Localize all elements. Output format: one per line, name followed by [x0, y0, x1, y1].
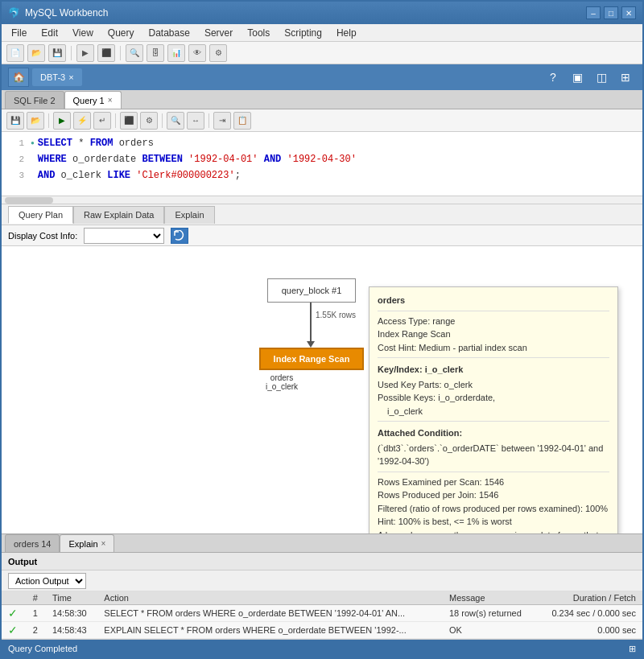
- query-block-node[interactable]: query_block #1: [267, 278, 356, 303]
- sql-tb-run-line[interactable]: ↵: [93, 112, 111, 130]
- sql-tb-explain[interactable]: 📋: [233, 112, 251, 130]
- nav-icon-4[interactable]: ⊞: [615, 68, 636, 87]
- sql-editor[interactable]: 1 ● SELECT * FROM orders 2 ● WHERE o_ord…: [2, 132, 642, 196]
- toolbar-run-btn[interactable]: ▶: [76, 44, 94, 62]
- node-tooltip: orders Access Type: range Index Range Sc…: [369, 286, 618, 533]
- output-type-select[interactable]: Action Output: [8, 573, 86, 589]
- menu-edit[interactable]: Edit: [35, 26, 64, 40]
- menu-database[interactable]: Database: [142, 26, 196, 40]
- app-icon: 🐬: [8, 7, 20, 19]
- tab-sql-file-2[interactable]: SQL File 2: [5, 91, 64, 109]
- toolbar-save-btn[interactable]: 💾: [48, 44, 66, 62]
- nav-icon-2[interactable]: ▣: [567, 68, 588, 87]
- menu-view[interactable]: View: [66, 26, 100, 40]
- output-header: Output: [2, 553, 642, 570]
- toolbar-stop-btn[interactable]: ⬛: [97, 44, 115, 62]
- home-button[interactable]: 🏠: [8, 68, 29, 87]
- toolbar-inspect-btn[interactable]: 🔍: [126, 44, 143, 62]
- bottom-tab-orders14[interactable]: orders 14: [5, 534, 60, 552]
- schema-tab-close[interactable]: ×: [68, 72, 73, 82]
- toolbar-new-btn[interactable]: 📄: [6, 44, 24, 62]
- tt-cost-hint: Cost Hint: Medium - partial index scan: [378, 341, 609, 355]
- toolbar-table-btn[interactable]: 📊: [167, 44, 185, 62]
- menu-tools[interactable]: Tools: [241, 26, 276, 40]
- sql-tb-find[interactable]: 🔍: [167, 112, 184, 130]
- sql-editor-toolbar: 💾 📂 ▶ ⚡ ↵ ⬛ ⚙ 🔍 ↔ ⇥ 📋: [2, 109, 642, 132]
- sql-tb-auto[interactable]: ⚙: [140, 112, 158, 130]
- node-table-name: orders: [266, 373, 298, 382]
- maximize-button[interactable]: □: [604, 6, 618, 19]
- output-toolbar: Action Output: [2, 570, 642, 591]
- arrow-head: [307, 341, 315, 348]
- sql-tb-run-sel[interactable]: ⚡: [73, 112, 91, 130]
- tt-divider-3: [378, 421, 609, 422]
- col-duration: Duration / Fetch: [536, 591, 642, 605]
- cost-refresh-button[interactable]: [171, 228, 188, 244]
- tab-query-1[interactable]: Query 1 ×: [64, 91, 122, 109]
- tab-explain[interactable]: Explain: [164, 206, 214, 224]
- cost-info-bar: Display Cost Info:: [2, 225, 642, 246]
- arrow-rows-label: 1.55K rows: [316, 311, 356, 319]
- menu-help[interactable]: Help: [330, 26, 363, 40]
- menu-server[interactable]: Server: [198, 26, 239, 40]
- query-plan-canvas: query_block #1 1.55K rows Index Range Sc…: [2, 246, 642, 533]
- row2-num: 2: [27, 622, 46, 639]
- toolbar-view-btn[interactable]: 👁: [188, 44, 206, 62]
- sql-tb-stop[interactable]: ⬛: [120, 112, 138, 130]
- bottom-tab-explain-close[interactable]: ×: [101, 539, 106, 548]
- status-bar: Query Completed ⊞: [2, 640, 642, 657]
- row1-time: 14:58:30: [46, 605, 97, 622]
- cost-info-select[interactable]: [84, 228, 164, 244]
- schema-tab[interactable]: DBT-3 ×: [32, 68, 82, 86]
- nav-icon-1[interactable]: ?: [543, 68, 564, 87]
- tt-rows-examined: Rows Examined per Scan: 1546: [378, 476, 609, 489]
- sql-sep-1: [48, 113, 49, 128]
- table-row: ✓ 1 14:58:30 SELECT * FROM orders WHERE …: [2, 605, 642, 622]
- menu-file[interactable]: File: [5, 26, 33, 40]
- bottom-tab-explain[interactable]: Explain ×: [60, 534, 114, 552]
- table-row: ✓ 2 14:58:43 EXPLAIN SELECT * FROM order…: [2, 622, 642, 639]
- line-dot-1: ●: [31, 136, 35, 150]
- sql-tb-open[interactable]: 📂: [27, 112, 44, 130]
- sql-sep-3: [162, 113, 163, 128]
- menu-scripting[interactable]: Scripting: [278, 26, 328, 40]
- sql-line-3: 3 ● AND o_clerk LIKE 'Clerk#000000223';: [2, 167, 642, 183]
- menu-query[interactable]: Query: [101, 26, 141, 40]
- title-bar: 🐬 MySQL Workbench – □ ✕: [2, 2, 642, 24]
- bottom-tab-bar: orders 14 Explain ×: [2, 533, 642, 553]
- sql-h-scrollbar[interactable]: [2, 196, 642, 204]
- tt-divider-2: [378, 357, 609, 358]
- output-header-label: Output: [8, 557, 37, 566]
- index-scan-node[interactable]: Index Range Scan: [259, 348, 364, 370]
- tab-query-plan[interactable]: Query Plan: [8, 206, 73, 224]
- main-toolbar: 📄 📂 💾 ▶ ⬛ 🔍 🗄 📊 👁 ⚙: [2, 42, 642, 64]
- toolbar-sep-2: [120, 46, 121, 60]
- row2-action: EXPLAIN SELECT * FROM orders WHERE o_ord…: [97, 622, 443, 639]
- tab-sql-file-2-label: SQL File 2: [14, 96, 56, 105]
- nav-icon-3[interactable]: ◫: [591, 68, 612, 87]
- tt-key-title: Key/Index: i_o_clerk: [378, 363, 609, 377]
- h-scroll-thumb[interactable]: [5, 197, 53, 204]
- toolbar-schema-btn[interactable]: 🗄: [147, 44, 164, 62]
- tt-low-value: A low value means the query examines a l…: [378, 529, 609, 534]
- col-message: Message: [443, 591, 536, 605]
- tt-possible-keys: Possible Keys: i_o_orderdate,: [378, 391, 609, 405]
- row1-message: 18 row(s) returned: [443, 605, 536, 622]
- sql-tb-run[interactable]: ▶: [53, 112, 71, 130]
- refresh-icon: [174, 230, 185, 241]
- sql-tb-indent[interactable]: ⇥: [213, 112, 231, 130]
- sql-tb-save[interactable]: 💾: [6, 112, 24, 130]
- tt-attached-title: Attached Condition:: [378, 426, 609, 440]
- close-button[interactable]: ✕: [621, 6, 636, 19]
- row1-status: ✓: [2, 605, 27, 622]
- toolbar-proc-btn[interactable]: ⚙: [209, 44, 227, 62]
- tt-possible-keys-2: i_o_clerk: [378, 405, 609, 418]
- col-action: Action: [97, 591, 443, 605]
- tab-query-1-label: Query 1: [73, 96, 105, 105]
- tab-query-1-close[interactable]: ×: [108, 96, 113, 105]
- toolbar-open-btn[interactable]: 📂: [27, 44, 45, 62]
- schema-tab-label: DBT-3: [40, 72, 65, 82]
- sql-tb-replace[interactable]: ↔: [187, 112, 204, 130]
- tab-raw-explain[interactable]: Raw Explain Data: [73, 206, 164, 224]
- minimize-button[interactable]: –: [586, 6, 601, 19]
